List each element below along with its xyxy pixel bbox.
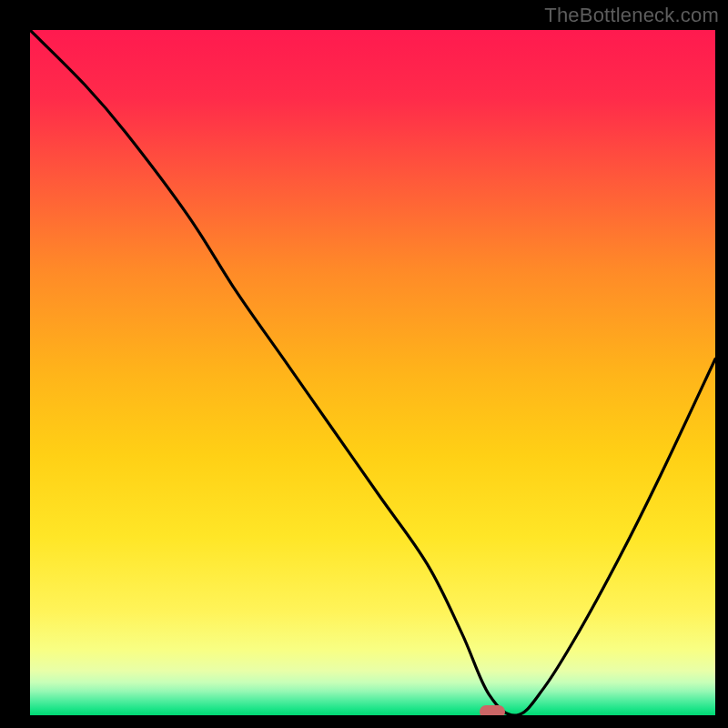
- gradient-background: [30, 30, 715, 715]
- watermark-text: TheBottleneck.com: [544, 4, 719, 27]
- chart-frame: TheBottleneck.com: [0, 0, 728, 728]
- plot-area: [30, 30, 715, 715]
- optimal-point-marker: [480, 705, 505, 715]
- plot-svg: [30, 30, 715, 715]
